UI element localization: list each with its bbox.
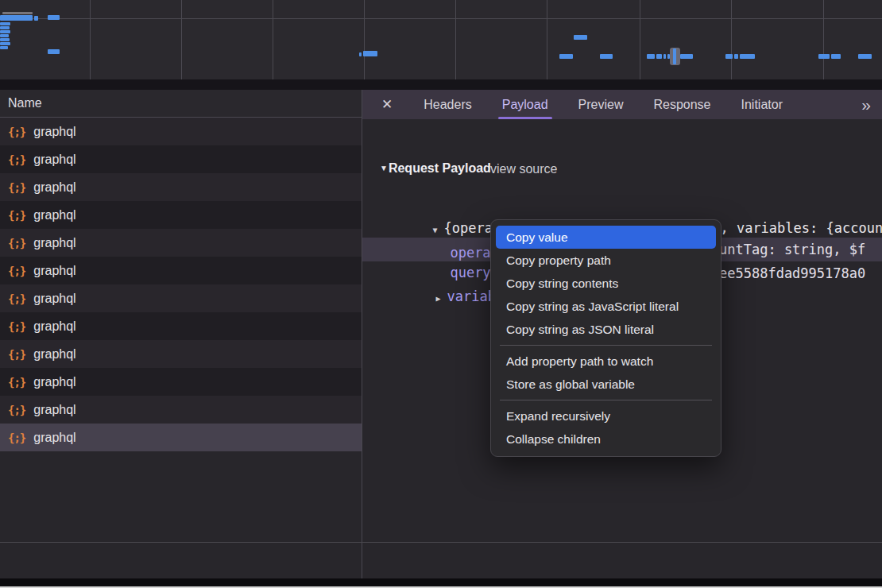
overview-gridline xyxy=(273,0,273,79)
expand-triangle-icon[interactable]: ▶ xyxy=(435,294,440,303)
json-braces-icon: {;} xyxy=(8,209,25,222)
network-request-bar xyxy=(0,46,8,49)
requests-panel: Name {;}graphql{;}graphql{;}graphql{;}gr… xyxy=(0,90,362,578)
network-request-bar xyxy=(0,38,10,41)
request-row[interactable]: {;}graphql xyxy=(0,257,362,284)
network-request-bar xyxy=(559,54,573,59)
request-row[interactable]: {;}graphql xyxy=(0,368,362,396)
network-request-bar xyxy=(656,54,662,59)
request-payload-section-header[interactable]: ▼Request Payload xyxy=(380,161,491,176)
context-menu: Copy valueCopy property pathCopy string … xyxy=(490,219,721,457)
network-request-bar xyxy=(680,54,693,59)
network-request-bar xyxy=(734,54,738,59)
network-request-bar xyxy=(48,15,60,20)
network-request-bar xyxy=(0,26,10,29)
menu-item-add-property-path-to-watch[interactable]: Add property path to watch xyxy=(496,350,716,373)
request-name: graphql xyxy=(33,236,75,250)
menu-separator xyxy=(500,345,712,346)
menu-item-copy-string-as-javascript-literal[interactable]: Copy string as JavaScript literal xyxy=(496,295,716,318)
menu-item-store-as-global-variable[interactable]: Store as global variable xyxy=(496,373,716,396)
network-request-bar xyxy=(2,12,33,14)
json-braces-icon: {;} xyxy=(8,320,25,333)
overview-gridline-horizontal xyxy=(0,18,882,19)
network-request-bar xyxy=(0,30,10,33)
network-request-bar xyxy=(0,42,10,45)
request-row[interactable]: {;}graphql xyxy=(0,396,362,424)
network-request-bar xyxy=(600,54,613,59)
more-tabs-button[interactable]: » xyxy=(861,95,882,114)
request-row[interactable]: {;}graphql xyxy=(0,145,362,173)
network-request-bar xyxy=(663,54,666,59)
request-name: graphql xyxy=(33,347,75,362)
request-row[interactable]: {;}graphql xyxy=(0,229,362,257)
json-braces-icon: {;} xyxy=(8,153,25,166)
json-braces-icon: {;} xyxy=(8,431,25,444)
network-request-bar xyxy=(858,54,872,59)
bottom-separator xyxy=(0,542,882,543)
json-braces-icon: {;} xyxy=(8,292,25,305)
tab-strip: ✕ HeadersPayloadPreviewResponseInitiator… xyxy=(362,90,882,119)
json-braces-icon: {;} xyxy=(8,181,25,194)
network-request-bar xyxy=(0,15,33,21)
tab-headers[interactable]: Headers xyxy=(424,90,471,119)
menu-item-collapse-children[interactable]: Collapse children xyxy=(496,427,716,451)
json-braces-icon: {;} xyxy=(8,265,25,277)
request-row[interactable]: {;}graphql xyxy=(0,173,362,201)
request-name: graphql xyxy=(33,319,75,334)
overview-gridline xyxy=(731,0,732,79)
property-variables-value-fragment: ee5588fdad995178a0 xyxy=(719,265,865,281)
tab-response[interactable]: Response xyxy=(653,90,710,119)
json-braces-icon: {;} xyxy=(8,376,25,389)
overview-gridline xyxy=(823,0,824,79)
name-column-header[interactable]: Name xyxy=(0,90,362,118)
network-request-bar xyxy=(574,35,587,40)
tab-preview[interactable]: Preview xyxy=(578,90,624,119)
network-request-bar xyxy=(647,54,655,59)
request-row[interactable]: {;}graphql xyxy=(0,424,362,451)
menu-item-copy-string-contents[interactable]: Copy string contents xyxy=(496,272,716,295)
request-name: graphql xyxy=(33,292,75,306)
requests-list: {;}graphql{;}graphql{;}graphql{;}graphql… xyxy=(0,118,362,451)
tabs-container: HeadersPayloadPreviewResponseInitiator xyxy=(408,90,798,119)
request-name: graphql xyxy=(33,431,75,445)
network-request-bar xyxy=(740,54,755,59)
tab-payload[interactable]: Payload xyxy=(502,90,548,119)
menu-separator xyxy=(500,400,712,400)
request-name: graphql xyxy=(33,125,75,139)
overview-gridline xyxy=(181,0,182,79)
menu-item-copy-property-path[interactable]: Copy property path xyxy=(496,249,716,272)
request-name: graphql xyxy=(33,403,75,417)
overview-gridline xyxy=(455,0,456,79)
json-braces-icon: {;} xyxy=(8,404,25,416)
request-row[interactable]: {;}graphql xyxy=(0,201,362,229)
menu-item-copy-value[interactable]: Copy value xyxy=(496,226,716,249)
overview-selection-tick xyxy=(673,48,676,64)
view-source-link[interactable]: view source xyxy=(490,162,557,176)
request-row[interactable]: {;}graphql xyxy=(0,118,362,145)
network-request-bar xyxy=(34,16,38,21)
json-braces-icon: {;} xyxy=(8,237,25,250)
request-name: graphql xyxy=(33,180,75,195)
close-details-button[interactable]: ✕ xyxy=(362,96,408,113)
section-title: Request Payload xyxy=(389,161,491,175)
overview-gridline xyxy=(640,0,640,79)
payload-preview-line[interactable]: ▼{operationName: "ipFlowTimeseries", var… xyxy=(384,194,882,217)
network-request-bar xyxy=(48,49,60,54)
tab-initiator[interactable]: Initiator xyxy=(741,90,783,119)
menu-item-copy-string-as-json-literal[interactable]: Copy string as JSON literal xyxy=(496,318,716,341)
menu-item-expand-recursively[interactable]: Expand recursively xyxy=(496,404,716,427)
request-row[interactable]: {;}graphql xyxy=(0,312,362,340)
request-row[interactable]: {;}graphql xyxy=(0,284,362,312)
overview-gridline xyxy=(547,0,547,79)
network-request-bar xyxy=(359,52,362,56)
overview-gridline xyxy=(90,0,91,79)
network-request-bar xyxy=(818,54,830,59)
network-request-bar xyxy=(725,54,733,59)
request-name: graphql xyxy=(33,153,75,167)
collapse-triangle-icon: ▼ xyxy=(380,164,388,172)
network-request-bar xyxy=(363,51,377,56)
request-name: graphql xyxy=(33,264,75,278)
request-row[interactable]: {;}graphql xyxy=(0,340,362,368)
network-request-bar xyxy=(0,22,10,25)
network-overview[interactable] xyxy=(0,0,882,79)
